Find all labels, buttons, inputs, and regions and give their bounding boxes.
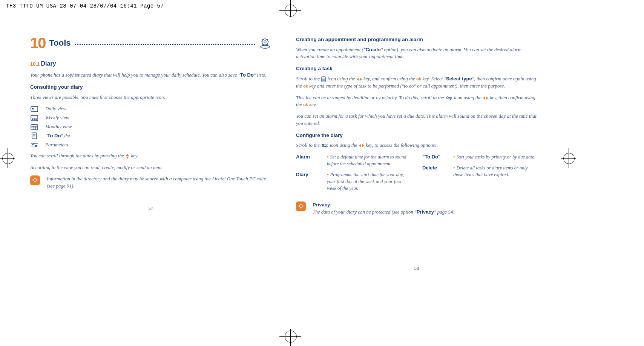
weekly-view-icon <box>30 115 38 121</box>
heading-create-task: Creating a task <box>296 65 537 72</box>
task-text-1: Scroll to the icon using the key, and co… <box>296 75 537 90</box>
svg-marker-32 <box>357 78 359 81</box>
ok-key-icon: ok <box>303 84 308 88</box>
left-right-key-icon <box>359 144 365 148</box>
crop-mark-right <box>561 153 576 164</box>
svg-point-42 <box>323 145 324 146</box>
config-todo-desc: •Sort your tasks by priority or by due d… <box>453 154 537 161</box>
crop-mark-bottom <box>285 329 296 346</box>
diary-intro: Your phone has a sophisticated diary tha… <box>30 72 271 79</box>
page-right: Creating an appointment and programming … <box>296 32 537 272</box>
create-appointment-text: When you create an appointment ("Create"… <box>296 46 537 61</box>
ok-key-icon: ok <box>303 102 308 107</box>
print-header: TH3_TTTO_UM_USA-28-07-04 28/07/04 16:41 … <box>6 2 164 10</box>
svg-marker-38 <box>483 97 485 100</box>
svg-marker-45 <box>362 144 364 147</box>
svg-rect-8 <box>35 118 37 120</box>
svg-point-21 <box>35 145 37 147</box>
svg-marker-44 <box>359 144 361 147</box>
svg-marker-22 <box>126 154 129 156</box>
svg-rect-6 <box>32 118 33 120</box>
todo-list-icon <box>30 132 38 139</box>
chapter-dots <box>75 41 255 45</box>
tools-gear-icon <box>259 37 271 49</box>
svg-rect-7 <box>34 118 35 120</box>
config-delete-label: Delete <box>422 165 449 178</box>
up-down-key-icon <box>125 154 130 159</box>
svg-point-37 <box>450 98 451 100</box>
scroll-dates-text: You can scroll through the dates by pres… <box>30 152 271 160</box>
info-text: Information in the directory and the dia… <box>47 175 271 190</box>
parameters-icon <box>445 96 453 100</box>
daily-view-icon <box>30 106 38 112</box>
parameters-icon <box>321 143 328 148</box>
svg-rect-5 <box>31 115 38 121</box>
info-box-pc-suite: Information in the directory and the dia… <box>30 175 271 190</box>
heading-consulting: Consulting your diary <box>30 83 271 91</box>
svg-point-36 <box>447 97 448 98</box>
task-text-3: You can set an alarm for a task for whic… <box>296 113 537 127</box>
parameters-label: Parameters <box>45 141 68 149</box>
config-intro: Scroll to the icon using the key, to acc… <box>296 142 537 149</box>
svg-point-2 <box>261 45 270 48</box>
section-title: Diary <box>41 60 56 67</box>
page-number-left: 57 <box>30 205 271 212</box>
svg-rect-4 <box>32 108 34 109</box>
config-delete-desc: •Delete all tasks or diary items or only… <box>453 165 537 178</box>
heading-configure: Configure the diary <box>296 132 537 139</box>
config-diary-label: Diary <box>296 171 322 192</box>
config-diary-desc: •Programme the start time for your day, … <box>327 171 411 192</box>
weekly-view-label: Weekly view <box>45 114 69 121</box>
svg-marker-23 <box>126 157 129 158</box>
svg-marker-39 <box>486 97 488 100</box>
config-alarm-label: Alarm <box>296 154 322 167</box>
chapter-number: 10 <box>30 32 46 54</box>
ok-key-icon: ok <box>416 77 421 81</box>
config-options: Alarm •Set a default time for the alarm … <box>296 154 537 195</box>
svg-point-46 <box>299 205 302 208</box>
monthly-view-label: Monthly view <box>45 123 72 131</box>
todo-list-label: "To Do" list. <box>45 132 71 140</box>
todo-list-icon <box>321 76 326 82</box>
svg-rect-9 <box>31 125 38 130</box>
heading-create-appointment: Creating an appointment and programming … <box>296 36 537 43</box>
task-text-2: This list can be arranged by deadline or… <box>296 94 537 109</box>
according-text: According to the view you can read, crea… <box>30 164 271 171</box>
lightbulb-icon <box>30 175 40 185</box>
section-number: 10.1 <box>30 61 40 67</box>
svg-rect-3 <box>31 106 38 112</box>
config-todo-label: "To Do" <box>422 154 449 161</box>
svg-point-43 <box>326 146 327 148</box>
left-right-key-icon <box>356 77 362 81</box>
page-number-right: 58 <box>296 265 537 272</box>
privacy-text: Privacy: The data of your diary can be p… <box>313 201 537 216</box>
daily-view-label: Daily view <box>45 105 66 112</box>
chapter-title: Tools <box>49 37 71 49</box>
consult-intro: Three views are possible. You must first… <box>30 94 271 101</box>
svg-marker-33 <box>360 78 362 81</box>
monthly-view-icon <box>30 124 38 130</box>
page-left: 10 Tools 10.1 Diary <box>30 32 271 272</box>
lightbulb-icon <box>296 201 306 211</box>
crop-mark-top <box>285 0 296 17</box>
config-alarm-desc: •Set a default time for the alarm to sou… <box>327 154 411 167</box>
left-right-key-icon <box>483 96 489 100</box>
svg-point-20 <box>32 143 34 145</box>
info-box-privacy: Privacy: The data of your diary can be p… <box>296 201 537 216</box>
parameters-icon <box>30 142 38 148</box>
svg-point-24 <box>34 178 37 181</box>
view-list: Daily view Weekly view Monthly view <box>30 105 271 148</box>
svg-point-1 <box>264 41 266 43</box>
crop-mark-left <box>0 153 15 164</box>
